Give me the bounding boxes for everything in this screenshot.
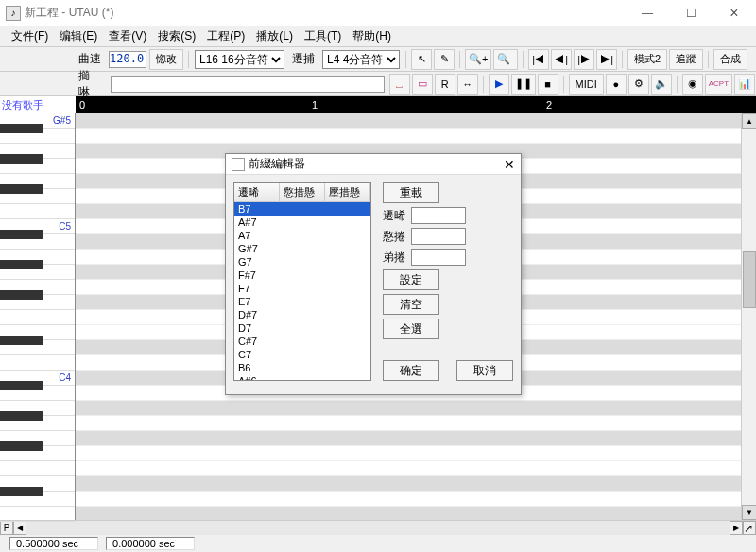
field2-label: 懯捲 [383, 229, 405, 245]
tool-c[interactable]: ◉ [682, 74, 703, 95]
time-ruler[interactable]: 没有歌手 0 1 2 [0, 96, 756, 113]
undo-button[interactable]: 惚改 [149, 49, 183, 70]
menu-file[interactable]: 文件(F) [6, 28, 54, 44]
list-item[interactable]: G7 [234, 255, 370, 268]
play-label: 擳啉 [78, 68, 101, 100]
toolbar-2: 擳啉 ⎵ ▭ R ↔ ▶ ❚❚ ■ MIDI ● ⚙ 🔈 ◉ ACPT 📊 [0, 72, 756, 96]
field3-input[interactable] [411, 249, 466, 266]
menu-search[interactable]: 搜索(S) [152, 28, 201, 44]
minimize-button[interactable]: — [626, 0, 669, 26]
dialog-titlebar[interactable]: 前綴編輯器 ✕ [226, 154, 521, 175]
hscroll-label[interactable]: P [0, 521, 13, 535]
prev-icon[interactable]: ⯇| [551, 49, 572, 70]
pointer-tool[interactable]: ↖ [411, 49, 432, 70]
list-item[interactable]: G#7 [234, 242, 370, 255]
key-gs5: G#5 [53, 115, 71, 126]
zoom-out-icon[interactable]: 🔍- [493, 49, 518, 70]
vertical-scrollbar[interactable]: ▲ ▼ [741, 113, 756, 520]
pause-button[interactable]: ❚❚ [511, 74, 536, 95]
scroll-right-icon[interactable]: ▶ [730, 521, 743, 535]
col-1[interactable]: 遷晞 [234, 183, 280, 201]
status-bar: 0.500000 sec 0.000000 sec [0, 535, 756, 552]
list-item[interactable]: F7 [234, 282, 370, 295]
tool-r[interactable]: R [435, 74, 455, 95]
field2-input[interactable] [411, 228, 466, 245]
tempo-input[interactable]: 120.0 [109, 51, 146, 68]
status-time-right: 0.000000 sec [106, 537, 195, 550]
list-item[interactable]: E7 [234, 295, 370, 308]
list-item[interactable]: B6 [234, 361, 370, 374]
horizontal-scrollbar[interactable]: P ◀ ▶ ↗ [0, 520, 756, 535]
dialog-close-icon[interactable]: ✕ [504, 157, 515, 172]
list-item[interactable]: A7 [234, 229, 370, 242]
col-3[interactable]: 壓措懸 [325, 183, 370, 201]
status-time-left: 0.500000 sec [9, 537, 98, 550]
quantize-select[interactable]: L16 16分音符 [195, 50, 284, 69]
list-item[interactable]: B7 [234, 202, 370, 216]
set-button[interactable]: 設定 [383, 269, 439, 290]
goto-end-icon[interactable]: ⯈| [596, 49, 617, 70]
tool-wave[interactable]: 📊 [734, 74, 755, 95]
ruler-tick: 2 [546, 99, 552, 111]
list-item[interactable]: F#7 [234, 268, 370, 282]
scroll-thumb[interactable] [743, 251, 756, 308]
prefix-editor-dialog: 前綴編輯器 ✕ 遷晞 懯措懸 壓措懸 B7A#7A7G#7G7F#7F7E7D#… [225, 153, 522, 395]
list-item[interactable]: A#6 [234, 374, 370, 380]
pencil-tool[interactable]: ✎ [434, 49, 455, 70]
tool-arrow[interactable]: ↔ [457, 74, 478, 95]
list-item[interactable]: D#7 [234, 308, 370, 321]
menu-help[interactable]: 帮助(H) [347, 28, 397, 44]
dialog-icon [232, 158, 245, 171]
key-c5: C5 [59, 221, 71, 232]
singer-label[interactable]: 没有歌手 [0, 96, 76, 113]
menu-view[interactable]: 查看(V) [103, 28, 152, 44]
midi-button[interactable]: MIDI [569, 74, 604, 95]
tempo-label: 曲速 [78, 51, 101, 67]
mode2-button[interactable]: 模式2 [627, 49, 667, 70]
menu-project[interactable]: 工程(P) [201, 28, 250, 44]
tool-acpt[interactable]: ACPT [705, 74, 732, 95]
app-icon: ♪ [6, 6, 21, 21]
maximize-button[interactable]: ☐ [669, 0, 713, 26]
ruler-tick: 0 [79, 99, 85, 111]
list-item[interactable]: C7 [234, 348, 370, 361]
menu-play[interactable]: 播放(L) [250, 28, 299, 44]
synth-button[interactable]: 合成 [713, 49, 747, 70]
close-button[interactable]: × [713, 0, 756, 26]
selectall-button[interactable]: 全選 [383, 319, 439, 339]
stop-button[interactable]: ■ [538, 74, 558, 95]
tool-b[interactable]: ▭ [412, 74, 433, 95]
next-icon[interactable]: |⯈ [574, 49, 594, 70]
list-item[interactable]: D7 [234, 321, 370, 335]
ok-button[interactable]: 确定 [383, 360, 439, 381]
reload-button[interactable]: 重載 [383, 182, 439, 203]
menu-tools[interactable]: 工具(T) [299, 28, 347, 44]
speaker-icon[interactable]: 🔈 [651, 74, 672, 95]
scroll-corner: ↗ [743, 521, 756, 535]
window-title: 新工程 - UTAU (*) [25, 5, 626, 21]
zoom-in-icon[interactable]: 🔍+ [465, 49, 491, 70]
field1-input[interactable] [411, 207, 466, 224]
goto-start-icon[interactable]: |⯇ [528, 49, 549, 70]
scroll-up-icon[interactable]: ▲ [742, 113, 756, 129]
lyrics-input[interactable] [111, 76, 385, 93]
rec-button[interactable]: ● [606, 74, 627, 95]
toolbar-1: 曲速 120.0 惚改 L16 16分音符 遷捕 L4 4分音符 ↖ ✎ 🔍+ … [0, 47, 756, 72]
chase-button[interactable]: 追蹤 [669, 49, 703, 70]
piano-keys[interactable]: G#5 C5 C4 [0, 113, 76, 520]
note-list[interactable]: 遷晞 懯措懸 壓措懸 B7A#7A7G#7G7F#7F7E7D#7D7C#7C7… [233, 182, 371, 381]
menu-edit[interactable]: 编辑(E) [54, 28, 103, 44]
scroll-down-icon[interactable]: ▼ [742, 505, 756, 520]
settings-icon[interactable]: ⚙ [628, 74, 649, 95]
title-bar: ♪ 新工程 - UTAU (*) — ☐ × [0, 0, 756, 26]
tool-a[interactable]: ⎵ [389, 74, 410, 95]
scroll-left-icon[interactable]: ◀ [13, 521, 26, 535]
list-item[interactable]: A#7 [234, 216, 370, 229]
col-2[interactable]: 懯措懸 [280, 183, 325, 201]
play-button[interactable]: ▶ [489, 74, 509, 95]
clear-button[interactable]: 清空 [383, 294, 439, 315]
list-item[interactable]: C#7 [234, 335, 370, 348]
length-select[interactable]: L4 4分音符 [322, 50, 400, 69]
cancel-button[interactable]: 取消 [456, 360, 513, 381]
menu-bar: 文件(F) 编辑(E) 查看(V) 搜索(S) 工程(P) 播放(L) 工具(T… [0, 26, 756, 47]
